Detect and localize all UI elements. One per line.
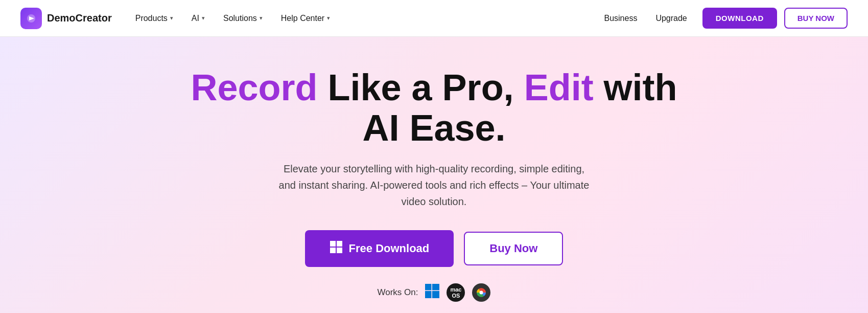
buynow-button[interactable]: BUY NOW [784,8,848,29]
hero-title: Record Like a Pro, Edit with AI Ease. [179,68,690,148]
hero-buttons: Free Download Buy Now [305,230,564,267]
buy-now-button[interactable]: Buy Now [464,232,563,265]
logo-icon [20,8,42,29]
nav-upgrade[interactable]: Upgrade [647,10,695,27]
nav-links: Products ▾ AI ▾ Solutions ▾ Help Center … [127,8,848,29]
macos-icon: macOS [447,283,465,302]
nav-products[interactable]: Products ▾ [127,10,181,27]
nav-solutions[interactable]: Solutions ▾ [215,10,271,27]
svg-rect-2 [337,241,342,247]
chevron-down-icon: ▾ [202,15,205,21]
logo[interactable]: DemoCreator [20,8,112,29]
svg-rect-4 [337,248,342,253]
navbar: DemoCreator Products ▾ AI ▾ Solutions ▾ … [0,0,868,37]
svg-rect-1 [330,241,336,247]
chevron-down-icon: ▾ [170,15,173,21]
svg-rect-5 [425,284,432,290]
windows-os-icon [425,284,439,302]
hero-section: Record Like a Pro, Edit with AI Ease. El… [0,37,868,313]
title-edit: Edit [524,67,594,108]
chrome-icon [472,283,490,302]
svg-rect-6 [432,284,439,290]
svg-rect-3 [330,248,336,253]
works-on: Works On: macOS [378,283,491,302]
nav-help-center[interactable]: Help Center ▾ [273,10,338,27]
title-record: Record [191,67,317,108]
title-middle: Like a Pro, [317,67,524,108]
free-download-button[interactable]: Free Download [305,230,454,267]
svg-rect-8 [432,291,439,298]
hero-subtitle: Elevate your storytelling with high-qual… [276,161,593,210]
nav-ai[interactable]: AI ▾ [183,10,213,27]
nav-business[interactable]: Business [596,10,645,27]
chevron-down-icon: ▾ [260,15,263,21]
download-button[interactable]: DOWNLOAD [702,8,777,29]
windows-icon [330,240,343,257]
brand-name: DemoCreator [47,12,112,24]
svg-point-11 [480,291,483,295]
chevron-down-icon: ▾ [327,15,330,21]
svg-rect-7 [425,291,432,298]
